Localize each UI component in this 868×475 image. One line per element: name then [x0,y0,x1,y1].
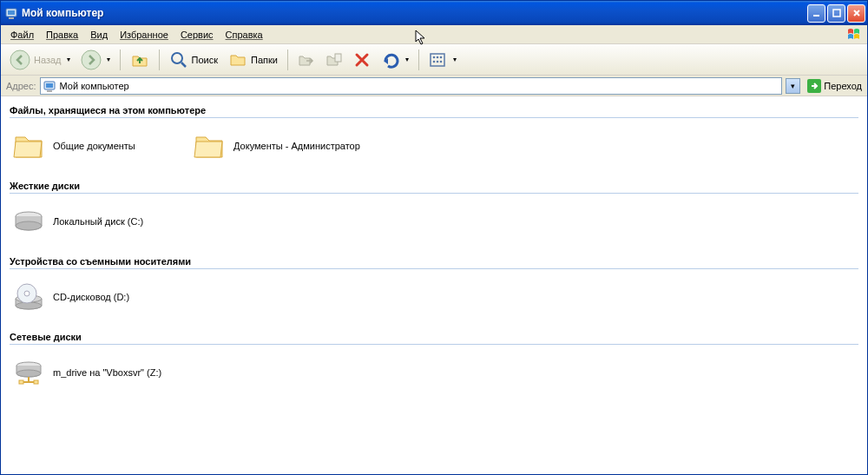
svg-point-20 [16,221,42,230]
item-label: Документы - Администратор [233,141,360,151]
svg-point-7 [172,53,182,63]
copy-to-button[interactable] [322,49,346,70]
menu-edit[interactable]: Правка [40,28,84,42]
network-drive-icon [11,355,46,390]
folders-icon [228,50,247,69]
maximize-button[interactable] [827,4,845,23]
windows-flag-icon [846,27,864,43]
group-header-removable: Устройства со съемными носителями [10,253,858,269]
svg-point-12 [440,56,443,58]
close-button[interactable] [847,4,865,23]
toolbar-separator [287,49,288,70]
svg-point-11 [437,56,439,58]
svg-point-13 [433,60,436,63]
folders-button[interactable]: Папки [225,49,281,71]
svg-rect-28 [34,380,38,384]
svg-rect-3 [813,15,819,16]
svg-rect-9 [431,54,444,66]
back-label: Назад [34,55,62,65]
window-title: Мой компьютер [22,7,807,19]
hard-disk-icon [11,204,46,239]
up-button[interactable] [127,49,153,71]
item-shared-documents[interactable]: Общие документы [10,127,183,165]
back-button[interactable]: Назад ▾ [6,48,74,72]
svg-point-14 [437,60,439,63]
item-local-disk-c[interactable]: Локальный диск (C:) [10,202,183,241]
menu-tools[interactable]: Сервис [174,28,220,42]
item-cd-drive-d[interactable]: CD-дисковод (D:) [10,278,183,316]
addressbar: Адрес: Мой компьютер ▾ Переход [1,76,867,96]
undo-button[interactable]: ▾ [378,49,412,70]
address-input[interactable]: Мой компьютер [40,77,783,95]
folder-icon [11,129,46,163]
item-admin-documents[interactable]: Документы - Администратор [190,127,364,165]
go-label: Переход [824,81,862,91]
views-button[interactable]: ▾ [425,49,460,70]
menu-file[interactable]: Файл [4,28,40,42]
address-dropdown-button[interactable]: ▾ [786,78,800,94]
menubar: Файл Правка Вид Избранное Сервис Справка [1,25,867,44]
group-header-network: Сетевые диски [10,328,858,345]
toolbar-separator [159,49,160,70]
back-icon [10,49,30,70]
address-value: Мой компьютер [60,81,129,91]
svg-point-6 [82,50,101,69]
menu-favorites[interactable]: Избранное [114,28,174,42]
toolbar: Назад ▾ ▾ Поиск Папки [1,44,867,76]
search-button[interactable]: Поиск [166,49,221,71]
address-label: Адрес: [6,81,36,91]
svg-point-10 [433,56,436,58]
copy-to-icon [326,51,343,69]
chevron-down-icon: ▾ [791,82,795,90]
go-arrow-icon [807,79,821,93]
move-to-button[interactable] [294,49,319,70]
forward-button[interactable]: ▾ [77,48,114,72]
svg-point-15 [440,60,443,63]
chevron-down-icon: ▾ [404,56,409,63]
menu-help[interactable]: Справка [220,28,269,42]
svg-rect-18 [47,90,52,92]
svg-rect-27 [19,380,23,384]
search-label: Поиск [192,55,218,65]
item-network-drive-z[interactable]: m_drive на "Vboxsvr" (Z:) [10,353,183,392]
chevron-down-icon: ▾ [105,56,110,63]
content-area: Файлы, хранящиеся на этом компьютере Общ… [1,96,867,474]
group-header-files: Файлы, хранящиеся на этом компьютере [10,102,858,118]
my-computer-icon [43,79,56,93]
toolbar-separator [120,49,121,70]
item-label: Локальный диск (C:) [53,216,143,227]
explorer-window: Мой компьютер Файл Правка Вид Избранное … [0,0,868,475]
my-computer-icon [4,6,18,20]
delete-button[interactable] [350,49,374,70]
svg-point-24 [24,291,30,296]
views-icon [429,51,448,69]
item-label: CD-дисковод (D:) [53,292,129,302]
toolbar-separator [418,49,419,70]
minimize-button[interactable] [807,4,825,23]
item-label: Общие документы [53,141,135,151]
go-button[interactable]: Переход [804,77,865,95]
forward-icon [81,49,102,70]
chevron-down-icon: ▾ [451,56,457,63]
cd-drive-icon [11,280,46,314]
svg-rect-8 [335,54,341,62]
undo-icon [381,51,400,69]
folder-up-icon [130,50,149,69]
folders-label: Папки [251,55,278,65]
titlebar[interactable]: Мой компьютер [1,1,867,25]
svg-rect-1 [8,10,15,15]
svg-point-5 [10,50,30,69]
delete-icon [353,51,371,69]
item-label: m_drive на "Vboxsvr" (Z:) [53,367,161,378]
menu-view[interactable]: Вид [84,28,114,42]
svg-rect-2 [9,17,14,19]
folder-icon [192,129,227,163]
svg-rect-4 [833,10,840,16]
group-header-hdd: Жесткие диски [10,177,858,194]
search-icon [169,50,188,69]
svg-rect-17 [46,83,53,88]
move-to-icon [298,51,315,69]
chevron-down-icon: ▾ [65,56,70,63]
svg-point-26 [16,370,41,377]
